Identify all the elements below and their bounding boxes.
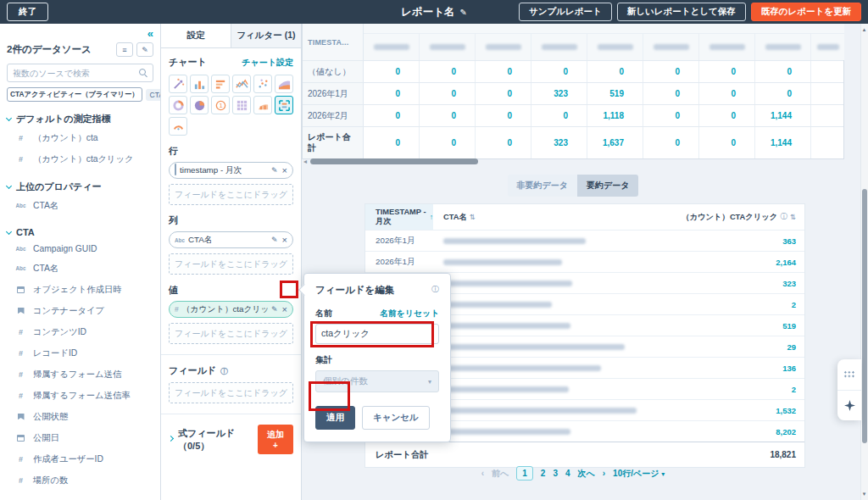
pivot-cell[interactable]: 0 — [531, 61, 587, 82]
clicks-value[interactable]: 8,202 — [660, 421, 804, 442]
reset-name-link[interactable]: 名前をリセット — [380, 308, 439, 319]
pivot-cell[interactable]: 323 — [531, 83, 587, 104]
pivot-cell[interactable]: 0 — [420, 127, 476, 158]
secondary-source-chip[interactable]: CTA — [146, 89, 161, 101]
ai-assistant-icon[interactable] — [837, 390, 861, 421]
clicks-value[interactable]: 1,532 — [660, 400, 804, 420]
chart-type-donut-icon[interactable] — [169, 96, 187, 114]
pivot-cell[interactable]: 0 — [364, 127, 420, 158]
clicks-value[interactable]: 2 — [660, 294, 804, 314]
pivot-cell[interactable]: 0 — [420, 83, 476, 104]
apply-button[interactable]: 適用 — [315, 406, 355, 430]
chart-type-combo-icon[interactable] — [253, 96, 272, 114]
group-cta[interactable]: CTA — [7, 227, 153, 237]
clicks-value[interactable]: 136 — [660, 358, 804, 378]
page-2-button[interactable]: 2 — [541, 469, 546, 478]
field-cta-name-2[interactable]: AbcCTA名 — [7, 258, 153, 279]
rows-dropzone[interactable]: フィールドをここにドラッグ — [169, 184, 293, 205]
pivot-cell[interactable]: 1,637 — [587, 127, 643, 158]
pivot-cell[interactable]: 0 — [699, 61, 755, 82]
clicks-value[interactable]: 2 — [660, 379, 804, 399]
pivot-cell[interactable]: 0 — [420, 105, 476, 126]
pivot-cell[interactable]: 0 — [699, 83, 755, 104]
horizontal-scroll-thumb[interactable] — [310, 158, 478, 164]
chart-type-gauge-icon[interactable] — [169, 117, 187, 136]
exit-button[interactable]: 終了 — [7, 3, 48, 21]
chevron-right-icon[interactable] — [168, 436, 174, 442]
pivot-cell[interactable]: 0 — [755, 83, 811, 104]
chart-type-bar-icon[interactable] — [211, 75, 230, 93]
clicks-value[interactable]: 363 — [660, 231, 804, 251]
pivot-cell[interactable]: 1,118 — [587, 105, 643, 126]
chart-type-scatter-icon[interactable] — [253, 75, 272, 93]
chart-type-pie-icon[interactable] — [190, 96, 209, 114]
chart-type-area-icon[interactable] — [275, 75, 293, 93]
next-page-button[interactable]: 次へ — [578, 468, 595, 480]
toggle-raw-data[interactable]: 非要約データ — [508, 175, 577, 197]
chart-type-line-icon[interactable] — [232, 75, 251, 93]
next-page-chevron[interactable]: › — [603, 469, 605, 478]
field-content-id[interactable]: #コンテンツID — [7, 321, 153, 342]
add-formula-button[interactable]: 追加 + — [258, 425, 293, 454]
tab-filters[interactable]: フィルター (1) — [231, 24, 301, 47]
pivot-cell[interactable]: 0 — [364, 83, 420, 104]
field-count-cta[interactable]: #（カウント）cta — [7, 127, 153, 148]
prev-page-chevron[interactable]: ‹ — [481, 469, 484, 478]
field-campaign-guid[interactable]: AbcCampaign GUID — [7, 239, 153, 258]
page-size-select[interactable]: 10行/ページ ▾ — [613, 468, 665, 480]
group-top-properties[interactable]: 上位のプロパティー — [7, 181, 153, 193]
pivot-cell[interactable]: 519 — [587, 83, 643, 104]
chart-settings-link[interactable]: チャート設定 — [242, 57, 293, 69]
edit-title-icon[interactable]: ✎ — [460, 8, 467, 17]
chart-type-kpi-icon[interactable]: 1 — [211, 96, 230, 114]
pivot-cell[interactable]: 0 — [364, 105, 420, 126]
primary-source-chip[interactable]: CTAアクティビティー（プライマリー） — [7, 87, 142, 102]
vertical-scroll-thumb[interactable] — [862, 189, 867, 443]
pivot-cell[interactable]: 1,144 — [755, 105, 811, 126]
remove-field-icon[interactable]: × — [282, 236, 287, 245]
chart-type-table-icon[interactable] — [275, 96, 293, 114]
scroll-up-icon[interactable]: ▴ — [861, 26, 867, 33]
pivot-cell[interactable]: 0 — [643, 61, 699, 82]
columns-dropzone[interactable]: フィールドをここにドラッグ — [169, 253, 293, 275]
fields-dropzone[interactable]: フィールドをここにドラッグ — [169, 382, 293, 403]
page-4-button[interactable]: 4 — [565, 469, 570, 478]
remove-field-icon[interactable]: × — [282, 305, 287, 314]
summary-col-cta[interactable]: CTA名⇅ — [433, 204, 660, 230]
pivot-cell[interactable]: 0 — [643, 127, 699, 158]
edit-value-field-icon[interactable]: ✎ — [271, 305, 278, 314]
field-record-id[interactable]: #レコードID — [7, 342, 153, 364]
sample-report-button[interactable]: サンプルレポート — [519, 3, 612, 21]
chart-type-magic-icon[interactable] — [169, 75, 187, 93]
edit-sources-button[interactable]: ✎ — [136, 42, 153, 57]
summary-col-clicks[interactable]: （カウント）CTAクリックⓘ⇅ — [660, 204, 804, 230]
pivot-corner-header[interactable]: TIMESTA... — [303, 24, 364, 60]
pivot-cell[interactable]: 0 — [476, 127, 531, 158]
value-field-pill[interactable]: # （カウント）ctaクリック ✎× — [169, 301, 293, 318]
pivot-cell[interactable]: 0 — [476, 105, 531, 126]
pivot-cell[interactable]: 0 — [699, 105, 755, 126]
pivot-cell[interactable]: 0 — [476, 61, 531, 82]
filter-fields-button[interactable]: ≡ — [116, 42, 133, 57]
pivot-cell[interactable]: 0 — [755, 61, 811, 82]
clicks-value[interactable]: 519 — [660, 315, 804, 336]
source-search-input[interactable] — [13, 69, 139, 78]
field-location-count[interactable]: #場所の数 — [7, 469, 153, 491]
field-publish-state[interactable]: 公開状態 — [7, 406, 153, 427]
toggle-summary-data[interactable]: 要約データ — [577, 175, 638, 197]
pivot-cell[interactable]: 0 — [364, 61, 420, 82]
row-field-pill[interactable]: timestamp - 月次 ✎× — [169, 162, 293, 179]
page-3-button[interactable]: 3 — [553, 469, 558, 478]
column-field-pill[interactable]: Abc CTA名 ✎× — [169, 231, 293, 248]
pivot-cell[interactable]: 1,144 — [755, 127, 811, 158]
aggregation-select[interactable]: 個別の件数 ▾ — [315, 370, 439, 392]
values-dropzone[interactable]: フィールドをここにドラッグ — [169, 323, 293, 344]
chart-type-pivot-icon[interactable] — [232, 96, 251, 114]
remove-field-icon[interactable]: × — [282, 166, 287, 175]
field-attributed-form-rate[interactable]: #帰属するフォーム送信率 — [7, 385, 153, 406]
field-publish-date[interactable]: 公開日 — [7, 427, 153, 448]
field-name-input[interactable] — [315, 324, 439, 344]
edit-field-icon[interactable]: ✎ — [271, 236, 278, 244]
update-report-button[interactable]: 既存のレポートを更新 — [751, 3, 861, 21]
pivot-cell[interactable]: 0 — [476, 83, 531, 104]
